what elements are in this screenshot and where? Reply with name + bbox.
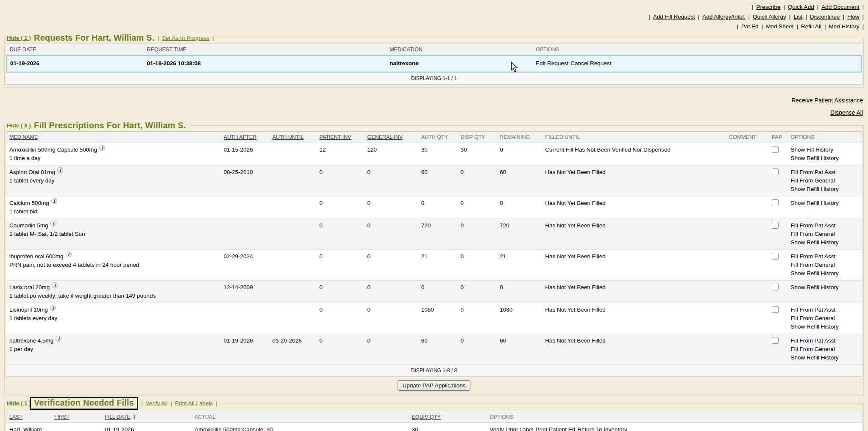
- column-general-inv[interactable]: GENERAL INV: [367, 134, 403, 140]
- print-label-link[interactable]: Print Label: [506, 425, 534, 431]
- info-icon[interactable]: i: [66, 251, 72, 257]
- pap-checkbox[interactable]: [772, 222, 779, 229]
- requests-table: DUE DATE REQUEST TIME MEDICATION OPTIONS…: [6, 44, 862, 85]
- option-link[interactable]: Show Refill History: [790, 199, 859, 207]
- general-inv-cell: 0: [367, 219, 421, 250]
- fill-row: Aspirin Oral 81mgi 1 tablet every day 08…: [6, 166, 862, 196]
- request-row[interactable]: 01-19-2026 01-19-2026 10:38:08 naltrexon…: [7, 55, 861, 72]
- column-fill-date[interactable]: FILL DATE: [105, 414, 130, 420]
- option-link[interactable]: Fill From General: [790, 345, 859, 354]
- cancel-request-link[interactable]: Cancel Request: [570, 59, 611, 68]
- option-link[interactable]: Fill From General: [790, 261, 859, 269]
- med-sig: 1 tablet bid: [9, 207, 221, 216]
- column-med-name[interactable]: MED NAME: [9, 134, 38, 140]
- auth-after-cell: [224, 303, 273, 334]
- request-medication: naltrexone: [389, 55, 536, 72]
- pap-checkbox[interactable]: [772, 284, 779, 290]
- nav-link-discontinue[interactable]: Discontinue: [810, 14, 840, 20]
- receive-patient-assistance-link[interactable]: Receive Patient Assistance: [0, 94, 863, 107]
- auth-qty-cell: 720: [421, 219, 461, 250]
- info-icon[interactable]: i: [50, 221, 56, 227]
- option-link[interactable]: Fill From General: [790, 177, 859, 185]
- option-link[interactable]: Show Fill History: [790, 146, 859, 154]
- info-icon[interactable]: i: [99, 145, 105, 151]
- column-last[interactable]: LAST: [9, 414, 22, 420]
- info-icon[interactable]: i: [52, 282, 58, 288]
- option-link[interactable]: Show Refill History: [790, 185, 859, 193]
- separator: |: [824, 23, 826, 30]
- separator: |: [796, 23, 798, 30]
- comment-cell: [729, 334, 772, 365]
- pap-checkbox[interactable]: [772, 306, 779, 313]
- option-link[interactable]: Fill From Pat Asst: [790, 306, 859, 314]
- nav-link-flow[interactable]: Flow: [847, 14, 860, 20]
- column-auth-until[interactable]: AUTH UNTIL: [273, 134, 304, 140]
- requests-section: Hide ( 1 ) Requests For Hart, William S.…: [4, 33, 864, 88]
- column-auth-after[interactable]: AUTH AFTER: [224, 134, 257, 140]
- fill-hide-link[interactable]: Hide ( 8 ): [7, 122, 31, 129]
- option-link[interactable]: Fill From Pat Asst: [790, 252, 859, 261]
- nav-link-pat-ed[interactable]: Pat.Ed: [741, 23, 759, 30]
- option-link[interactable]: Fill From Pat Asst: [790, 221, 859, 230]
- pap-checkbox[interactable]: [772, 199, 779, 206]
- column-due-date[interactable]: DUE DATE: [10, 47, 36, 52]
- option-link[interactable]: Show Refill History: [790, 238, 859, 247]
- info-icon[interactable]: i: [56, 336, 61, 342]
- column-auth-qty: AUTH QTY: [421, 134, 448, 140]
- option-link[interactable]: Fill From General: [790, 314, 859, 323]
- column-patient-inv[interactable]: PATIENT INV: [320, 134, 351, 140]
- option-link[interactable]: Show Refill History: [790, 154, 859, 163]
- edit-request-link[interactable]: Edit Request: [536, 59, 568, 68]
- nav-link-quick-allergy[interactable]: Quick Allergy: [753, 14, 786, 20]
- column-pap: PAP: [772, 134, 782, 140]
- print-patient-ed-link[interactable]: Print Patient Ed: [535, 425, 575, 431]
- return-to-inventory-link[interactable]: Return To Inventory: [577, 425, 627, 431]
- general-inv-cell: 0: [367, 334, 421, 365]
- disp-qty-cell: 30: [461, 143, 500, 166]
- nav-link-add-fill-request[interactable]: Add Fill Request: [653, 14, 695, 20]
- pap-checkbox[interactable]: [772, 337, 779, 344]
- requests-table-header: DUE DATE REQUEST TIME MEDICATION OPTIONS: [7, 44, 861, 55]
- verify-link[interactable]: Verify: [490, 425, 504, 431]
- option-link[interactable]: Fill From General: [790, 230, 859, 238]
- verify-all-link[interactable]: Verify All: [146, 400, 168, 406]
- pap-checkbox[interactable]: [772, 146, 779, 153]
- info-icon[interactable]: i: [57, 167, 63, 173]
- column-equiv-qty[interactable]: EQUIV QTY: [412, 414, 441, 420]
- nav-link-refill-all[interactable]: Refill All: [801, 23, 821, 30]
- pap-checkbox[interactable]: [772, 169, 779, 175]
- auth-until-cell: [273, 143, 320, 166]
- nav-link-med-history[interactable]: Med History: [829, 23, 859, 30]
- nav-link-prescribe[interactable]: Prescribe: [757, 4, 781, 10]
- option-link[interactable]: Show Refill History: [790, 283, 859, 292]
- pap-checkbox[interactable]: [772, 253, 779, 260]
- nav-link-quick-add[interactable]: Quick Add: [788, 4, 814, 10]
- column-actual: ACTUAL: [195, 414, 215, 420]
- nav-link-add-allergy-intol[interactable]: Add Allergy/Intol.: [702, 14, 745, 20]
- remaining-cell: 60: [500, 166, 545, 196]
- fill-row: ibuprofen oral 600mgi PRN pain, not to e…: [6, 250, 862, 281]
- nav-link-add-document[interactable]: Add Document: [821, 4, 859, 10]
- option-link[interactable]: Show Refill History: [790, 269, 859, 278]
- nav-link-list[interactable]: List: [793, 14, 802, 20]
- separator: |: [698, 14, 700, 20]
- comment-cell: [729, 303, 772, 334]
- column-request-time[interactable]: REQUEST TIME: [147, 47, 186, 52]
- requests-hide-link[interactable]: Hide ( 1 ): [7, 35, 31, 41]
- column-first[interactable]: FIRST: [54, 414, 70, 420]
- column-medication[interactable]: MEDICATION: [389, 47, 423, 52]
- dispense-all-link[interactable]: Dispense All: [0, 107, 863, 119]
- update-pap-applications-button[interactable]: Update PAP Applications: [398, 380, 471, 391]
- verification-hide-link[interactable]: Hide ( 1 ): [7, 400, 31, 406]
- option-link[interactable]: Fill From Pat Asst: [790, 337, 859, 345]
- auth-qty-cell: 21: [421, 250, 461, 281]
- print-all-labels-link[interactable]: Print All Labels: [175, 400, 213, 406]
- option-link[interactable]: Fill From Pat Asst: [790, 168, 859, 177]
- nav-link-med-sheet[interactable]: Med Sheet: [766, 23, 793, 30]
- auth-until-cell: [273, 196, 320, 219]
- set-as-in-progress-link[interactable]: Set As In Progress: [162, 35, 209, 41]
- info-icon[interactable]: i: [50, 305, 56, 311]
- info-icon[interactable]: i: [51, 198, 57, 204]
- option-link[interactable]: Show Refill History: [790, 354, 859, 362]
- option-link[interactable]: Show Refill History: [790, 323, 859, 331]
